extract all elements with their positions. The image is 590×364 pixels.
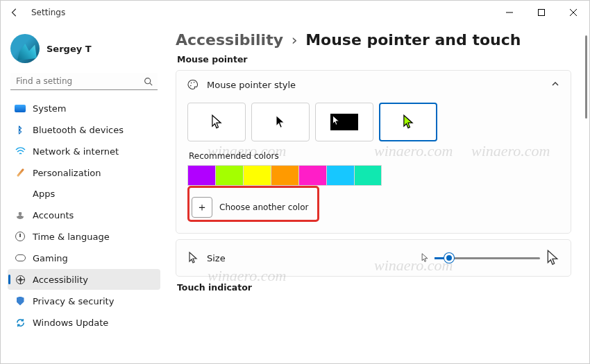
nav-label: Personalization [33,168,101,178]
size-label: Size [207,253,226,263]
nav-item-accounts[interactable]: Accounts [8,205,160,225]
sidebar: Sergey T System ᛒBluetooth & devices Net… [1,24,166,363]
nav-label: Time & language [33,232,110,242]
breadcrumb: Accessibility › Mouse pointer and touch [176,31,571,49]
svg-point-3 [194,82,195,83]
choose-another-label: Choose another color [219,202,308,212]
wifi-icon [15,146,26,157]
system-icon [15,105,26,112]
swatch-2[interactable] [243,165,271,186]
nav-label: Accessibility [33,275,88,285]
nav-item-system[interactable]: System [8,98,160,119]
nav-item-apps[interactable]: Apps [8,184,160,204]
shield-icon [15,295,26,306]
back-button[interactable] [6,4,23,21]
color-swatches [187,165,559,186]
svg-point-4 [190,85,192,87]
gamepad-icon [15,252,26,263]
nav-label: Apps [33,189,55,199]
update-icon [15,317,26,328]
nav-item-network[interactable]: Network & internet [8,141,160,162]
style-custom[interactable] [379,103,437,141]
pointer-style-options [187,103,559,141]
main-content: Accessibility › Mouse pointer and touch … [166,24,589,363]
user-profile[interactable]: Sergey T [8,30,160,71]
paintbrush-icon [15,167,26,178]
nav-item-accessibility[interactable]: Accessibility [8,269,160,290]
style-black[interactable] [251,103,310,141]
chevron-right-icon: › [292,31,298,49]
swatch-0[interactable] [187,165,215,186]
nav-list: System ᛒBluetooth & devices Network & in… [8,98,160,333]
search-input[interactable] [15,76,142,87]
nav-item-time[interactable]: Time & language [8,226,160,247]
nav-label: System [33,103,66,114]
accessibility-icon [15,274,26,285]
swatch-5[interactable] [326,165,354,186]
choose-another-color[interactable]: ＋ Choose another color [189,195,310,220]
page-title: Mouse pointer and touch [305,31,521,49]
chevron-up-icon [551,80,559,90]
nav-item-update[interactable]: Windows Update [8,312,160,333]
section-mouse-pointer: Mouse pointer [177,54,571,64]
recommended-colors-label: Recommended colors [189,151,559,161]
swatch-3[interactable] [271,165,298,186]
cursor-large-icon [546,250,559,266]
style-white[interactable] [187,103,246,141]
swatch-4[interactable] [298,165,326,186]
nav-item-bluetooth[interactable]: ᛒBluetooth & devices [8,119,160,140]
nav-label: Accounts [33,210,74,220]
nav-label: Gaming [33,253,68,263]
section-touch: Touch indicator [177,282,571,293]
search-box[interactable] [10,73,158,90]
nav-label: Windows Update [33,318,108,328]
nav-item-personalization[interactable]: Personalization [8,162,160,183]
nav-label: Network & internet [33,146,119,157]
breadcrumb-parent[interactable]: Accessibility [176,31,283,49]
nav-label: Privacy & security [33,296,114,306]
close-button[interactable] [557,1,589,24]
minimize-button[interactable] [494,1,525,24]
swatch-1[interactable] [215,165,243,186]
window-title: Settings [31,8,65,17]
svg-point-2 [191,83,192,84]
plus-icon: ＋ [192,197,212,218]
size-slider[interactable] [435,257,540,259]
cursor-icon [187,252,199,263]
nav-item-privacy[interactable]: Privacy & security [8,291,160,311]
cursor-small-icon [421,253,429,263]
nav-item-gaming[interactable]: Gaming [8,248,160,268]
card-header[interactable]: Mouse pointer style [176,71,571,98]
size-slider-area [421,250,559,266]
callout-highlight: ＋ Choose another color [187,186,319,222]
clock-icon [15,231,26,242]
palette-icon [187,79,199,90]
card-title: Mouse pointer style [207,80,296,90]
scrollbar[interactable] [585,35,587,119]
slider-thumb[interactable] [444,253,454,263]
card-pointer-style: Mouse pointer style Recommended colors [176,70,571,234]
nav-label: Bluetooth & devices [33,125,124,135]
user-name: Sergey T [47,44,92,54]
avatar [10,34,40,63]
swatch-6[interactable] [354,165,382,186]
maximize-button[interactable] [525,1,557,24]
person-icon [15,209,26,220]
card-size[interactable]: Size [176,239,571,277]
bluetooth-icon: ᛒ [15,124,26,135]
style-inverted[interactable] [315,103,373,141]
svg-rect-0 [539,10,545,16]
titlebar: Settings [1,1,589,24]
search-icon [142,76,153,87]
apps-icon [15,189,26,199]
svg-point-1 [144,78,150,83]
